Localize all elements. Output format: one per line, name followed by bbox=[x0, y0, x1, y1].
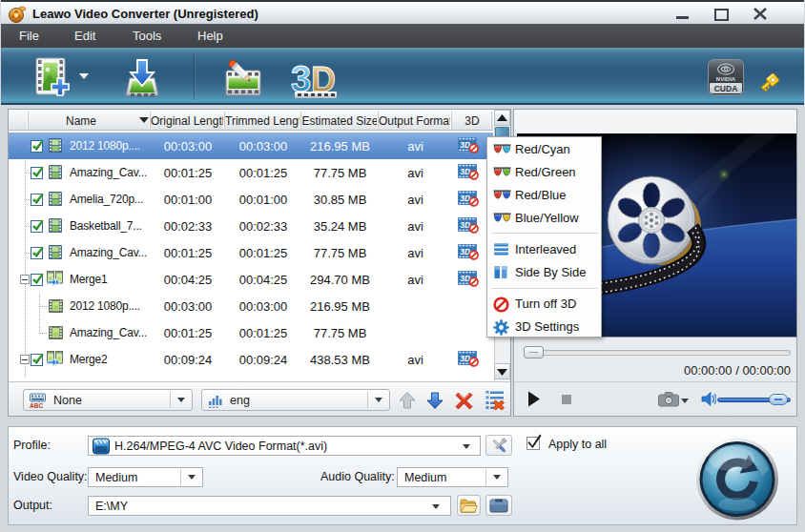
svg-text:3D: 3D bbox=[460, 220, 470, 230]
svg-text:D: D bbox=[311, 60, 336, 99]
svg-text:3D: 3D bbox=[460, 167, 470, 176]
svg-text:CUDA: CUDA bbox=[714, 84, 738, 93]
svg-text:3D: 3D bbox=[460, 140, 470, 150]
svg-text:3D: 3D bbox=[460, 274, 470, 283]
svg-text:3: 3 bbox=[291, 59, 311, 99]
svg-text:ABC: ABC bbox=[30, 402, 43, 409]
svg-text:NVIDIA: NVIDIA bbox=[716, 76, 736, 82]
svg-text:3D: 3D bbox=[460, 354, 470, 363]
svg-text:3D: 3D bbox=[460, 247, 470, 256]
svg-text:3D: 3D bbox=[460, 194, 470, 203]
